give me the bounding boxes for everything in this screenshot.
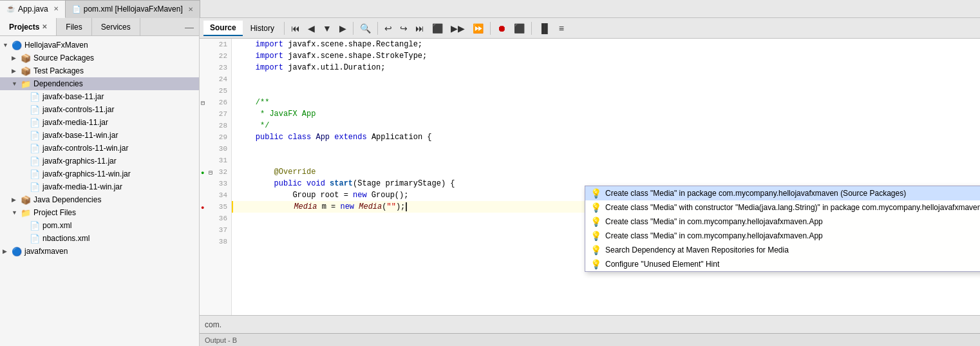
toolbar-btn-6[interactable]: ⏩: [469, 21, 487, 35]
toolbar-btn-lines[interactable]: ▐▌: [535, 21, 554, 35]
projects-tab-close[interactable]: ✕: [42, 23, 47, 30]
autocomplete-label-1: Create class "Media" in package com.myco…: [605, 189, 906, 198]
toolbar-sep-4: [490, 22, 491, 35]
toolbar-btn-dropdown[interactable]: ▼: [319, 21, 335, 35]
output-label: Output - B: [205, 336, 237, 344]
gutter-25: 25: [200, 85, 227, 97]
label-jar-4: javafx-base-11-win.jar: [42, 131, 118, 140]
autocomplete-label-2: Create class "Media" with constructor "M…: [605, 203, 980, 212]
toolbar-btn-back[interactable]: ◀: [305, 21, 318, 35]
toolbar-btn-prev[interactable]: ⏮: [288, 21, 303, 35]
label-jar-2: javafx-controls-11.jar: [42, 105, 114, 114]
code-line-29: public class App extends Application {: [232, 131, 980, 143]
tree-hellojavafxmaven[interactable]: ▼ 🔵 HellojavaFxMaven: [0, 39, 199, 52]
tab-appjava-close[interactable]: ✕: [53, 5, 59, 12]
autocomplete-label-6: Configure "Unused Element" Hint: [605, 260, 719, 269]
tab-pomxml[interactable]: 📄 pom.xml [HellojavaFxMaven] ✕: [66, 0, 200, 18]
icon-jar-8: 📄: [30, 182, 40, 192]
history-tab-button[interactable]: History: [244, 21, 281, 35]
bulb-icon-5: 💡: [590, 245, 601, 255]
toolbar-sep-2: [353, 22, 353, 35]
tab-appjava[interactable]: ☕ App.java ✕: [0, 0, 66, 18]
tab-appjava-label: App.java: [18, 5, 48, 14]
label-pom-xml: pom.xml: [42, 221, 71, 230]
toolbar-btn-fwd[interactable]: ▶: [336, 21, 350, 35]
code-line-31: [232, 155, 980, 166]
tree-pom-xml[interactable]: 📄 pom.xml: [0, 219, 199, 232]
gutter-35: ● 35: [200, 201, 227, 213]
icon-jar-1: 📄: [30, 92, 40, 102]
tree-jar-5[interactable]: 📄 javafx-controls-11-win.jar: [0, 142, 199, 155]
minimize-icon[interactable]: —: [185, 22, 194, 32]
panel-tab-files[interactable]: Files: [57, 18, 91, 35]
toolbar-btn-menu[interactable]: ≡: [556, 21, 567, 35]
arrow-dependencies: ▼: [12, 81, 21, 87]
gutter-31: 31: [200, 155, 227, 166]
toolbar-btn-undo[interactable]: ↩: [381, 21, 395, 35]
panel-tab-projects[interactable]: Projects ✕: [0, 18, 57, 35]
tree-javafxmaven[interactable]: ▶ 🔵 javafxmaven: [0, 245, 199, 258]
autocomplete-item-6[interactable]: 💡 Configure "Unused Element" Hint: [585, 257, 980, 271]
autocomplete-dropdown: 💡 Create class "Media" in package com.my…: [585, 186, 980, 272]
code-line-26: /**: [232, 97, 980, 108]
tree-jar-7[interactable]: 📄 javafx-graphics-11-win.jar: [0, 168, 199, 180]
icon-jar-4: 📄: [30, 131, 40, 140]
autocomplete-item-3[interactable]: 💡 Create class "Media" in com.mycompany.…: [585, 215, 980, 229]
icon-pom-xml: 📄: [30, 221, 40, 231]
gutter-36: 36: [200, 213, 227, 224]
services-tab-label: Services: [101, 23, 131, 32]
icon-java-dependencies: 📦: [21, 195, 31, 205]
tab-pomxml-close[interactable]: ✕: [188, 6, 193, 13]
arrow-java-dependencies: ▶: [12, 197, 21, 203]
toolbar-btn-5[interactable]: ▶▶: [448, 21, 468, 35]
bulb-icon-4: 💡: [590, 231, 601, 241]
tree-jar-4[interactable]: 📄 javafx-base-11-win.jar: [0, 129, 199, 142]
autocomplete-item-1[interactable]: 💡 Create class "Media" in package com.my…: [585, 186, 980, 200]
file-tabs: ☕ App.java ✕ 📄 pom.xml [HellojavaFxMaven…: [0, 0, 980, 18]
gutter-37: 37: [200, 224, 227, 236]
tree-test-packages[interactable]: ▶ 📦 Test Packages: [0, 64, 199, 77]
toolbar-btn-record[interactable]: ⏺: [494, 21, 509, 35]
autocomplete-item-4[interactable]: 💡 Create class "Media" in com.mycompany.…: [585, 229, 980, 243]
code-line-25: [232, 85, 980, 97]
tree-dependencies[interactable]: ▼ 📁 Dependencies: [0, 77, 199, 90]
toolbar-sep-5: [531, 22, 532, 35]
label-dependencies: Dependencies: [33, 79, 83, 88]
tree-jar-3[interactable]: 📄 javafx-media-11.jar: [0, 116, 199, 129]
label-java-dependencies: Java Dependencies: [33, 195, 101, 204]
toolbar-btn-redo[interactable]: ↪: [397, 21, 411, 35]
code-content[interactable]: import javafx.scene.shape.Rectangle; imp…: [232, 39, 980, 315]
tree-jar-2[interactable]: 📄 javafx-controls-11.jar: [0, 103, 199, 116]
arrow-javafxmaven: ▶: [3, 248, 12, 255]
toolbar-sep-3: [377, 22, 378, 35]
autocomplete-item-2[interactable]: 💡 Create class "Media" with constructor …: [585, 200, 980, 215]
gutter-22: 22: [200, 50, 227, 62]
code-line-23: import javafx.util.Duration;: [232, 62, 980, 73]
tree-jar-6[interactable]: 📄 javafx-graphics-11.jar: [0, 155, 199, 168]
tree-source-packages[interactable]: ▶ 📦 Source Packages: [0, 52, 199, 64]
tab-pomxml-label: pom.xml [HellojavaFxMaven]: [84, 5, 183, 14]
icon-jar-7: 📄: [30, 169, 40, 179]
projects-tab-label: Projects: [9, 23, 39, 32]
tree-jar-1[interactable]: 📄 javafx-base-11.jar: [0, 90, 199, 103]
bulb-icon-6: 💡: [590, 259, 601, 269]
source-tab-button[interactable]: Source: [203, 21, 243, 36]
gutter-38: 38: [200, 236, 227, 247]
panel-tab-services[interactable]: Services: [92, 18, 140, 35]
toolbar-btn-stop[interactable]: ⬛: [511, 21, 528, 35]
tree-jar-8[interactable]: 📄 javafx-media-11-win.jar: [0, 180, 199, 193]
tree-nbactions-xml[interactable]: 📄 nbactions.xml: [0, 232, 199, 245]
files-tab-label: Files: [66, 23, 82, 32]
label-test-packages: Test Packages: [33, 66, 84, 75]
tree-project-files[interactable]: ▼ 📁 Project Files: [0, 206, 199, 219]
label-hellojavafxmaven: HellojavaFxMaven: [24, 41, 88, 50]
autocomplete-item-5[interactable]: 💡 Search Dependency at Maven Repositorie…: [585, 243, 980, 257]
toolbar-btn-3[interactable]: ⏭: [412, 21, 428, 35]
toolbar-btn-4[interactable]: ⬛: [429, 21, 446, 35]
arrow-hellojavafxmaven: ▼: [3, 42, 12, 48]
arrow-source-packages: ▶: [12, 55, 21, 61]
tree-java-dependencies[interactable]: ▶ 📦 Java Dependencies: [0, 193, 199, 206]
code-editor[interactable]: 21 22 23 24 25 ⊟ 26 27 28 29 30 31 ● ⊟ 3…: [200, 39, 980, 315]
toolbar-btn-search[interactable]: 🔍: [357, 21, 374, 35]
left-panel: Projects ✕ Files Services — ▼ 🔵 Hellojav…: [0, 18, 200, 346]
